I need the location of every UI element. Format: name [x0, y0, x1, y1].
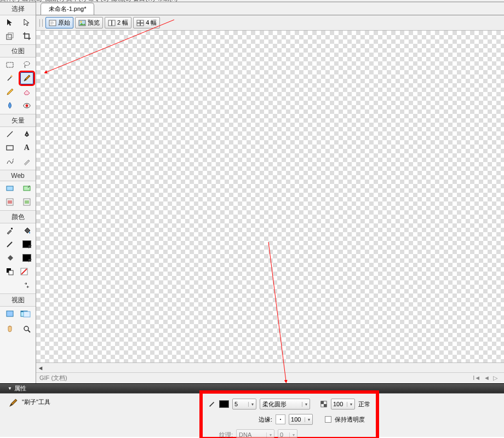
svg-rect-27: [112, 20, 116, 26]
menu-file[interactable]: 文件(F): [0, 0, 20, 2]
chevron-down-icon[interactable]: ▾: [302, 402, 310, 407]
svg-rect-1: [8, 33, 13, 38]
svg-rect-28: [137, 20, 140, 23]
svg-point-5: [25, 105, 28, 107]
document-tab[interactable]: 未命名-1.png*: [41, 3, 94, 15]
properties-panel: 属性 "刷子"工具 ▾ 柔化圆形▾ ▾ 正常 边缘: ▾: [0, 383, 504, 438]
fill-color-well[interactable]: [20, 252, 33, 264]
pen-tool[interactable]: [20, 128, 33, 140]
stroke-color-icon[interactable]: [3, 238, 16, 250]
svg-rect-16: [9, 270, 13, 275]
svg-rect-30: [137, 23, 140, 26]
two-up-icon: [108, 20, 116, 26]
show-slices-button[interactable]: [20, 196, 33, 208]
hand-tool[interactable]: [3, 323, 16, 335]
opacity-input[interactable]: [331, 401, 347, 407]
knife-tool[interactable]: [20, 155, 33, 168]
fill-color-icon[interactable]: [3, 252, 16, 264]
opacity-icon: [320, 400, 328, 408]
original-view-button[interactable]: 原始: [45, 17, 73, 28]
image-icon: [78, 20, 86, 26]
magic-wand-tool[interactable]: [3, 72, 16, 84]
scroll-left-icon[interactable]: ◄: [36, 365, 45, 371]
chevron-down-icon[interactable]: ▾: [248, 402, 256, 407]
slice-tool[interactable]: [20, 182, 33, 194]
text-tool[interactable]: A: [20, 142, 33, 154]
document-area: 未命名-1.png* 原始 预览 2 幅 4 幅 ◄ GIF (文档) I◄◄▷: [36, 2, 504, 383]
horizontal-scrollbar[interactable]: ◄: [36, 362, 504, 372]
preview-view-button[interactable]: 预览: [75, 17, 103, 28]
toolbox-section-bitmap: 位图: [0, 44, 36, 57]
chevron-down-icon[interactable]: ▾: [266, 433, 274, 437]
rectangle-tool[interactable]: [3, 142, 16, 154]
edge-combo[interactable]: ▾: [289, 414, 313, 425]
brush-size-input[interactable]: [233, 401, 248, 407]
chevron-down-icon[interactable]: ▾: [347, 402, 354, 407]
canvas[interactable]: [36, 31, 504, 362]
status-text: GIF (文档): [39, 374, 67, 382]
svg-rect-21: [24, 312, 30, 317]
brush-icon: [8, 398, 19, 408]
transparency-checker: [36, 31, 504, 362]
texture-amount-combo[interactable]: ▾: [278, 429, 297, 438]
brush-size-combo[interactable]: ▾: [232, 399, 256, 410]
edge-label: 边缘:: [259, 416, 272, 424]
eyedropper-tool[interactable]: [3, 224, 16, 237]
texture-combo[interactable]: DNA▾: [236, 429, 274, 438]
document-tab-bar: 未命名-1.png*: [36, 2, 504, 15]
subselect-tool[interactable]: [20, 16, 33, 28]
freeform-tool[interactable]: [3, 155, 16, 168]
stroke-color-well[interactable]: [20, 238, 33, 250]
svg-point-22: [24, 326, 28, 331]
scale-tool[interactable]: [3, 30, 16, 42]
crop-tool[interactable]: [20, 30, 33, 42]
pencil-tool[interactable]: [3, 86, 16, 98]
blend-mode-label: 正常: [358, 400, 370, 408]
svg-rect-9: [24, 186, 30, 191]
swap-colors-button[interactable]: [20, 279, 33, 291]
chevron-down-icon[interactable]: ▾: [305, 417, 312, 422]
redeye-tool[interactable]: [20, 100, 33, 112]
svg-rect-35: [321, 401, 324, 404]
toolbox-section-view: 视图: [0, 293, 36, 307]
preserve-transparency-checkbox[interactable]: [325, 416, 331, 423]
properties-panel-header[interactable]: 属性: [0, 383, 504, 393]
frame-nav-icons[interactable]: I◄◄▷: [469, 374, 497, 382]
eraser-tool[interactable]: [20, 86, 33, 98]
svg-point-6: [26, 134, 27, 135]
four-up-icon: [136, 20, 144, 26]
toolbox-section-colors: 颜色: [0, 210, 36, 223]
two-up-view-button[interactable]: 2 幅: [105, 17, 131, 28]
default-colors-button[interactable]: [3, 266, 16, 278]
texture-amount-input[interactable]: [278, 431, 289, 438]
edge-input[interactable]: [289, 416, 305, 423]
brush-shape-combo[interactable]: 柔化圆形▾: [260, 399, 310, 410]
preserve-transparency-label: 保持透明度: [335, 416, 365, 424]
page-icon: [49, 20, 56, 26]
zoom-tool[interactable]: [20, 323, 33, 335]
pointer-tool[interactable]: [3, 16, 16, 28]
paint-bucket-tool[interactable]: [20, 224, 33, 237]
no-color-button[interactable]: [18, 266, 31, 278]
fullscreen-button[interactable]: [20, 308, 33, 320]
lasso-tool[interactable]: [20, 59, 33, 71]
stroke-color-swatch[interactable]: [219, 400, 229, 408]
svg-rect-2: [7, 62, 13, 67]
line-tool[interactable]: [3, 128, 16, 140]
stroke-icon: [208, 400, 216, 408]
brush-options-group: ▾ 柔化圆形▾ ▾ 正常 边缘: ▾ 保持透明度 纹理: DNA▾ ▾: [203, 394, 376, 437]
marquee-tool[interactable]: [3, 59, 16, 71]
view-toolbar: 原始 预览 2 幅 4 幅: [36, 15, 504, 31]
tool-name-label: "刷子"工具: [22, 398, 50, 406]
toolbox-panel: 选择 位图 矢量 A Web: [0, 2, 36, 383]
blur-tool[interactable]: [3, 100, 16, 112]
hide-slices-button[interactable]: [3, 196, 16, 208]
svg-rect-7: [7, 146, 13, 150]
four-up-view-button[interactable]: 4 幅: [133, 17, 160, 28]
standard-screen-button[interactable]: [3, 308, 16, 320]
svg-rect-14: [11, 228, 13, 229]
chevron-down-icon[interactable]: ▾: [289, 433, 297, 437]
brush-tool[interactable]: [20, 72, 33, 84]
hotspot-tool[interactable]: [3, 182, 16, 194]
opacity-combo[interactable]: ▾: [331, 399, 355, 410]
